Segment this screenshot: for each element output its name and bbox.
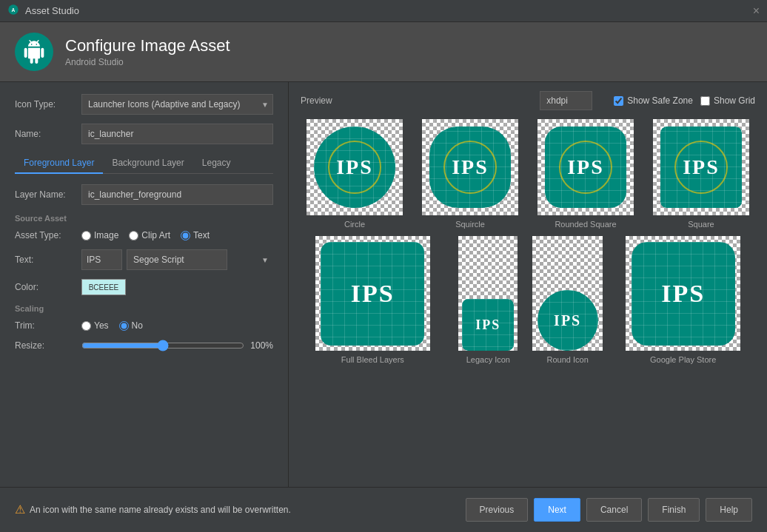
full-bleed-icon: IPS (321, 242, 424, 346)
preview-label: Preview (301, 95, 332, 106)
layer-name-label: Layer Name: (15, 189, 81, 200)
color-swatch[interactable]: BCEEEE (81, 279, 126, 295)
square-label: Square (688, 220, 714, 229)
show-safe-zone-checkbox[interactable] (614, 96, 623, 106)
tab-foreground-layer[interactable]: Foreground Layer (15, 153, 103, 174)
preview-square: IPS Square (647, 119, 755, 229)
layer-name-row: Layer Name: (15, 184, 273, 205)
finish-button[interactable]: Finish (648, 498, 700, 522)
trim-no-radio[interactable] (119, 321, 129, 331)
rounded-square-icon: IPS (545, 127, 626, 208)
preview-grid-row1: IPS Circle IPS Squircle (301, 119, 755, 229)
legacy-icon: IPS (462, 299, 514, 351)
title-bar: A Asset Studio × (0, 0, 767, 22)
warning-icon: ⚠ (15, 502, 25, 516)
preview-rounded-square: IPS Rounded Square (532, 119, 640, 229)
show-grid-label: Show Grid (714, 95, 755, 106)
resize-row: Resize: 100% (15, 340, 273, 351)
tab-legacy[interactable]: Legacy (193, 153, 240, 174)
name-input[interactable] (81, 124, 273, 144)
resize-control: 100% (81, 340, 273, 351)
resize-slider-wrapper: 100% (81, 340, 273, 351)
show-grid-checkbox[interactable] (700, 96, 710, 106)
asset-type-clipart[interactable]: Clip Art (129, 230, 170, 240)
round-label: Round Icon (547, 355, 589, 364)
ips-text-google-play: IPS (661, 280, 705, 308)
trim-row: Trim: Yes No (15, 320, 273, 331)
trim-no-label: No (132, 320, 143, 331)
font-select[interactable]: Segoe Script Arial Times New Roman (127, 249, 227, 270)
google-play-label: Google Play Store (650, 355, 716, 364)
preview-controls: xhdpi ldpi mdpi hdpi xxhdpi xxxhdpi Show… (540, 91, 755, 110)
asset-type-clipart-label: Clip Art (141, 230, 170, 240)
next-button[interactable]: Next (534, 498, 580, 522)
resize-value: 100% (250, 340, 273, 351)
trim-yes[interactable]: Yes (81, 320, 109, 331)
icon-type-control: Launcher Icons (Adaptive and Legacy) Act… (81, 94, 273, 115)
squircle-canvas: IPS (422, 119, 518, 215)
preview-google-play: IPS Google Play Store (611, 236, 755, 364)
asset-type-text[interactable]: Text (181, 230, 210, 240)
close-button[interactable]: × (753, 4, 760, 18)
help-button[interactable]: Help (706, 498, 752, 522)
tab-background-layer[interactable]: Background Layer (103, 153, 192, 174)
trim-control: Yes No (81, 320, 273, 331)
rounded-square-label: Rounded Square (555, 220, 616, 229)
color-control: BCEEEE (81, 279, 273, 295)
font-select-wrapper: Segoe Script Arial Times New Roman ▼ (127, 249, 273, 270)
circle-icon: IPS (314, 127, 395, 208)
layer-name-control (81, 184, 273, 205)
asset-type-label: Asset Type: (15, 230, 81, 240)
icon-type-select[interactable]: Launcher Icons (Adaptive and Legacy) Act… (81, 94, 273, 115)
warning-text: An icon with the same name already exist… (30, 505, 291, 515)
resize-slider[interactable] (81, 340, 244, 351)
name-control (81, 124, 273, 144)
rounded-square-canvas: IPS (537, 119, 634, 215)
preview-round: IPS Round Icon (532, 236, 603, 364)
show-safe-zone-label: Show Safe Zone (627, 95, 693, 106)
cancel-button[interactable]: Cancel (586, 498, 642, 522)
dpi-select-wrapper: xhdpi ldpi mdpi hdpi xxhdpi xxxhdpi (540, 91, 606, 110)
ips-text-round: IPS (554, 312, 581, 329)
right-panel: Preview xhdpi ldpi mdpi hdpi xxhdpi xxxh… (289, 82, 767, 487)
asset-type-image-label: Image (94, 230, 118, 240)
ips-text-circle: IPS (336, 155, 373, 179)
trim-no[interactable]: No (119, 320, 143, 331)
text-row: Text: Segoe Script Arial Times New Roman… (15, 249, 273, 270)
android-logo (15, 33, 53, 71)
dpi-select[interactable]: xhdpi ldpi mdpi hdpi xxhdpi xxxhdpi (540, 91, 592, 110)
show-safe-zone-control[interactable]: Show Safe Zone (614, 95, 693, 106)
circle-canvas: IPS (307, 119, 403, 215)
asset-type-text-radio[interactable] (181, 231, 190, 240)
circle-label: Circle (344, 220, 365, 229)
ips-text-square: IPS (683, 155, 720, 179)
text-label: Text: (15, 255, 81, 265)
legacy-canvas: IPS (458, 236, 518, 351)
resize-label: Resize: (15, 340, 81, 351)
text-input[interactable] (81, 249, 122, 270)
previous-button[interactable]: Previous (466, 498, 529, 522)
trim-yes-radio[interactable] (81, 321, 91, 331)
asset-type-image[interactable]: Image (81, 230, 118, 240)
preview-legacy: IPS Legacy Icon (452, 236, 524, 364)
name-row: Name: (15, 124, 273, 144)
bottom-bar: ⚠ An icon with the same name already exi… (0, 487, 767, 531)
full-bleed-label: Full Bleed Layers (341, 355, 404, 364)
layer-name-input[interactable] (81, 184, 273, 205)
show-grid-control[interactable]: Show Grid (700, 95, 755, 106)
asset-type-image-radio[interactable] (81, 231, 91, 240)
asset-type-clipart-radio[interactable] (129, 231, 138, 240)
asset-type-radio-group: Image Clip Art Text (81, 230, 210, 240)
name-label: Name: (15, 129, 81, 139)
color-label: Color: (15, 282, 81, 292)
main-content: Icon Type: Launcher Icons (Adaptive and … (0, 82, 767, 487)
square-canvas: IPS (653, 119, 749, 215)
asset-type-text-label: Text (193, 230, 210, 240)
font-chevron-icon: ▼ (261, 256, 269, 264)
squircle-label: Squircle (455, 220, 485, 229)
round-canvas: IPS (532, 236, 603, 351)
dialog-title: Configure Image Asset (65, 36, 230, 55)
google-play-icon: IPS (632, 242, 735, 346)
ips-text-squircle: IPS (452, 155, 489, 179)
dialog-header: Configure Image Asset Android Studio (0, 22, 767, 82)
